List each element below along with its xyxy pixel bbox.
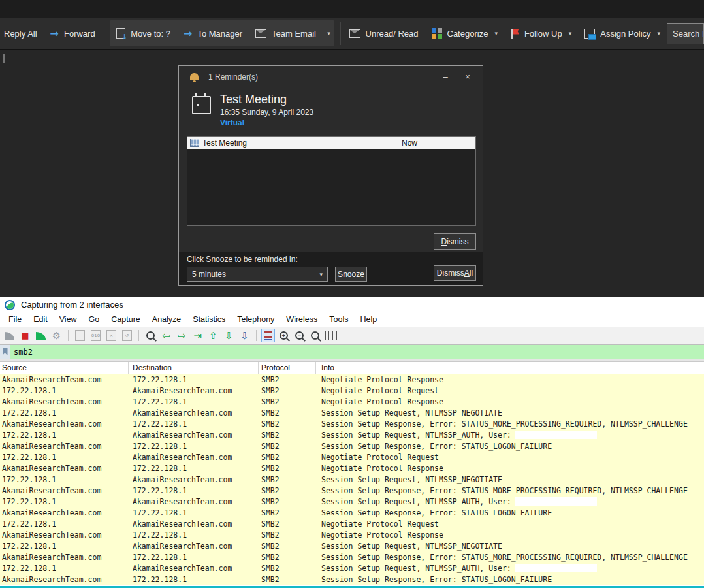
capture-options-icon[interactable]: ⚙ bbox=[50, 329, 63, 342]
menu-tools[interactable]: Tools bbox=[323, 314, 354, 325]
search-people-input[interactable]: Search Pe bbox=[667, 23, 704, 44]
go-bottom-icon[interactable]: ⇩ bbox=[222, 329, 236, 342]
packet-source: AkamaiResearchTeam.com bbox=[0, 531, 129, 540]
packet-row[interactable]: 172.22.128.1AkamaiResearchTeam.comSMB2Se… bbox=[0, 540, 704, 551]
packet-row[interactable]: AkamaiResearchTeam.com172.22.128.1SMB2Ne… bbox=[0, 396, 704, 407]
packet-protocol: SMB2 bbox=[259, 475, 316, 484]
resize-columns-icon[interactable] bbox=[324, 329, 338, 342]
assign-policy-button[interactable]: Assign Policy ▾ bbox=[578, 20, 667, 46]
go-to-packet-icon[interactable]: ⇥ bbox=[191, 329, 204, 342]
packet-row[interactable]: AkamaiResearchTeam.com172.22.128.1SMB2Se… bbox=[0, 440, 704, 451]
column-header-info[interactable]: Info bbox=[316, 362, 704, 374]
auto-scroll-icon[interactable]: ⇩ bbox=[238, 329, 251, 342]
to-manager-button[interactable]: → To Manager bbox=[177, 20, 249, 46]
packet-protocol: SMB2 bbox=[259, 486, 316, 495]
packet-info: Negotiate Protocol Request bbox=[316, 453, 704, 462]
quick-steps-group: ↓ Move to: ? → To Manager Team Email ▾ bbox=[110, 20, 334, 46]
move-to-label: Move to: ? bbox=[131, 29, 170, 39]
team-email-button[interactable]: Team Email bbox=[249, 20, 323, 46]
chevron-down-icon: ▾ bbox=[569, 30, 572, 37]
close-icon[interactable]: × bbox=[456, 66, 479, 88]
go-back-icon[interactable]: ⇦ bbox=[159, 329, 173, 342]
column-header-destination[interactable]: Destination bbox=[129, 362, 259, 374]
file-reload-icon[interactable]: ↺ bbox=[120, 329, 134, 342]
menu-wireless[interactable]: Wireless bbox=[280, 314, 323, 325]
menu-view[interactable]: View bbox=[54, 314, 83, 325]
quick-steps-more-chevron[interactable]: ▾ bbox=[323, 20, 334, 46]
file-save-icon[interactable]: 010 bbox=[89, 329, 103, 342]
column-header-source[interactable]: Source bbox=[0, 362, 129, 374]
forward-button[interactable]: → Forward bbox=[44, 20, 102, 46]
zoom-in-icon[interactable]: + bbox=[277, 329, 291, 342]
packet-source: 172.22.128.1 bbox=[0, 475, 129, 484]
go-top-icon[interactable]: ⇧ bbox=[206, 329, 220, 342]
packet-row[interactable]: AkamaiResearchTeam.com172.22.128.1SMB2Ne… bbox=[0, 529, 704, 540]
packet-row[interactable]: AkamaiResearchTeam.com172.22.128.1SMB2Se… bbox=[0, 574, 704, 585]
packet-info: Session Setup Request, NTLMSSP_NEGOTIATE bbox=[316, 408, 704, 417]
menu-file[interactable]: File bbox=[3, 314, 27, 325]
display-filter-input[interactable]: smb2 bbox=[10, 348, 33, 357]
unread-read-button[interactable]: Unread/ Read bbox=[343, 20, 425, 46]
colorize-icon[interactable] bbox=[261, 329, 275, 342]
packet-protocol: SMB2 bbox=[259, 531, 316, 540]
packet-row[interactable]: 172.22.128.1AkamaiResearchTeam.comSMB2Se… bbox=[0, 407, 704, 418]
packet-row[interactable]: AkamaiResearchTeam.com172.22.128.1SMB2Se… bbox=[0, 485, 704, 496]
packet-row[interactable]: AkamaiResearchTeam.com172.22.128.1SMB2Ne… bbox=[0, 374, 704, 385]
packet-row[interactable]: 172.22.128.1AkamaiResearchTeam.comSMB2Se… bbox=[0, 563, 704, 574]
reply-all-button[interactable]: Reply All bbox=[0, 20, 44, 46]
file-close-icon[interactable]: × bbox=[104, 329, 118, 342]
packet-row[interactable]: AkamaiResearchTeam.com172.22.128.1SMB2Se… bbox=[0, 551, 704, 563]
menu-go[interactable]: Go bbox=[83, 314, 106, 325]
move-to-button[interactable]: ↓ Move to: ? bbox=[110, 20, 177, 46]
column-header-protocol[interactable]: Protocol bbox=[259, 362, 316, 374]
capture-stop-icon[interactable]: ■ bbox=[18, 329, 32, 342]
packet-row[interactable]: AkamaiResearchTeam.com172.22.128.1SMB2Se… bbox=[0, 507, 704, 518]
packet-info: Negotiate Protocol Request bbox=[316, 519, 704, 529]
dismiss-all-button[interactable]: Dismiss All bbox=[434, 265, 476, 281]
capture-restart-icon[interactable] bbox=[34, 329, 48, 342]
reminder-list-item[interactable]: Test Meeting Now bbox=[187, 137, 475, 149]
packet-row[interactable]: 172.22.128.1AkamaiResearchTeam.comSMB2Ne… bbox=[0, 518, 704, 529]
packet-info: Session Setup Response, Error: STATUS_MO… bbox=[316, 486, 704, 495]
snooze-duration-select[interactable]: 5 minutes ▾ bbox=[187, 267, 328, 282]
categorize-button[interactable]: Categorize ▾ bbox=[425, 20, 504, 46]
file-open-icon[interactable] bbox=[73, 329, 87, 342]
packet-row[interactable]: 172.22.128.1AkamaiResearchTeam.comSMB2Se… bbox=[0, 496, 704, 507]
meeting-location-link[interactable]: Virtual bbox=[220, 118, 313, 128]
menu-analyze[interactable]: Analyze bbox=[146, 314, 187, 325]
dismiss-button[interactable]: Dismiss bbox=[434, 233, 476, 250]
packet-row[interactable]: 172.22.128.1AkamaiResearchTeam.comSMB2Se… bbox=[0, 429, 704, 440]
zoom-out-icon[interactable]: − bbox=[293, 329, 306, 342]
menu-help[interactable]: Help bbox=[354, 314, 383, 325]
minimize-button[interactable]: – bbox=[434, 66, 456, 88]
packet-protocol: SMB2 bbox=[259, 497, 316, 506]
menu-telephony[interactable]: Telephony bbox=[231, 314, 280, 325]
assign-policy-label: Assign Policy bbox=[600, 29, 650, 39]
packet-row[interactable]: AkamaiResearchTeam.com172.22.128.1SMB2Se… bbox=[0, 418, 704, 429]
follow-up-label: Follow Up bbox=[524, 29, 562, 39]
packet-row[interactable]: 172.22.128.1AkamaiResearchTeam.comSMB2Ne… bbox=[0, 451, 704, 463]
follow-up-flag-icon bbox=[511, 29, 519, 39]
follow-up-button[interactable]: Follow Up ▾ bbox=[504, 20, 578, 46]
packet-row[interactable]: AkamaiResearchTeam.com172.22.128.1SMB2Ne… bbox=[0, 463, 704, 474]
menu-capture[interactable]: Capture bbox=[105, 314, 146, 325]
reminder-dialog-title: 1 Reminder(s) bbox=[208, 73, 258, 82]
menu-edit[interactable]: Edit bbox=[27, 314, 54, 325]
capture-start-icon[interactable] bbox=[3, 329, 16, 342]
bell-icon bbox=[190, 73, 199, 80]
packet-row[interactable]: 172.22.128.1AkamaiResearchTeam.comSMB2Ne… bbox=[0, 385, 704, 396]
packet-protocol: SMB2 bbox=[259, 419, 316, 429]
snooze-button[interactable]: Snooze bbox=[335, 267, 367, 282]
filter-bookmark-button[interactable] bbox=[0, 345, 10, 359]
menu-statistics[interactable]: Statistics bbox=[187, 314, 231, 325]
packet-source: 172.22.128.1 bbox=[0, 453, 129, 462]
reminder-list[interactable]: Test Meeting Now bbox=[187, 136, 476, 226]
find-packet-icon[interactable] bbox=[144, 329, 157, 342]
packet-source: AkamaiResearchTeam.com bbox=[0, 575, 129, 584]
zoom-100-icon[interactable]: = bbox=[308, 329, 322, 342]
packet-protocol: SMB2 bbox=[259, 386, 316, 395]
packet-destination: AkamaiResearchTeam.com bbox=[129, 431, 259, 440]
go-forward-icon[interactable]: ⇨ bbox=[175, 329, 189, 342]
packet-protocol: SMB2 bbox=[259, 575, 316, 584]
packet-row[interactable]: 172.22.128.1AkamaiResearchTeam.comSMB2Se… bbox=[0, 474, 704, 485]
